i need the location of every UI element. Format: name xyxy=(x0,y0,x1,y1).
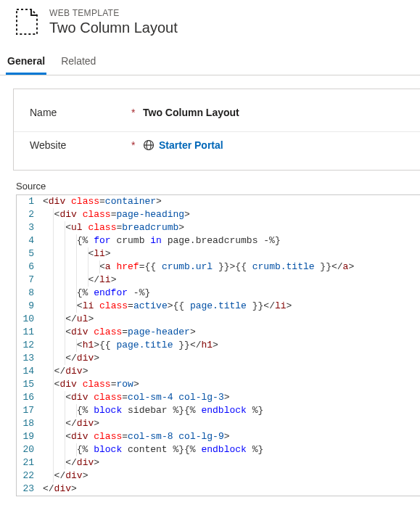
code-line[interactable]: 6 <a href={{ crumb.url }}>{{ crumb.title… xyxy=(17,260,420,274)
line-content[interactable]: <div class=row> xyxy=(41,378,420,391)
line-content[interactable]: <div class=page-header> xyxy=(41,326,420,339)
line-content[interactable]: <div class=page-heading> xyxy=(41,208,420,221)
code-line[interactable]: 10 </ul> xyxy=(17,313,420,326)
line-number: 7 xyxy=(17,274,41,287)
name-input[interactable]: Two Column Layout xyxy=(143,107,239,118)
code-line[interactable]: 7 </li> xyxy=(17,274,420,287)
code-line[interactable]: 3 <ul class=breadcrumb> xyxy=(17,221,420,234)
code-line[interactable]: 22 </div> xyxy=(17,469,420,483)
line-number: 1 xyxy=(17,195,41,208)
code-line[interactable]: 21 </div> xyxy=(17,456,420,469)
line-content[interactable]: </ul> xyxy=(41,313,420,326)
code-line[interactable]: 12 <h1>{{ page.title }}</h1> xyxy=(17,339,420,352)
globe-icon xyxy=(143,139,155,151)
name-label: Name xyxy=(30,107,131,118)
code-line[interactable]: 5 <li> xyxy=(17,247,420,260)
line-number: 23 xyxy=(17,483,41,496)
line-number: 8 xyxy=(17,287,41,300)
line-content[interactable]: <div class=col-sm-4 col-lg-3> xyxy=(41,391,420,404)
code-line[interactable]: 20 {% block content %}{% endblock %} xyxy=(17,443,420,456)
entity-type-label: WEB TEMPLATE xyxy=(49,8,178,18)
code-line[interactable]: 4 {% for crumb in page.breadcrumbs -%} xyxy=(17,234,420,247)
website-value: Starter Portal xyxy=(159,139,223,151)
entity-icon xyxy=(12,7,41,36)
website-label: Website xyxy=(30,139,131,151)
code-line[interactable]: 16 <div class=col-sm-4 col-lg-3> xyxy=(17,391,420,404)
code-line[interactable]: 8 {% endfor -%} xyxy=(17,287,420,300)
line-number: 21 xyxy=(17,456,41,469)
code-line[interactable]: 23</div> xyxy=(17,483,420,496)
line-number: 19 xyxy=(17,430,41,443)
line-number: 6 xyxy=(17,260,41,274)
code-line[interactable]: 11 <div class=page-header> xyxy=(17,326,420,339)
code-line[interactable]: 13 </div> xyxy=(17,352,420,365)
code-line[interactable]: 18 </div> xyxy=(17,417,420,430)
entity-title: Two Column Layout xyxy=(49,20,178,36)
tab-bar: General Related xyxy=(0,49,420,75)
line-content[interactable]: </div> xyxy=(41,417,420,430)
line-number: 15 xyxy=(17,378,41,391)
required-marker: * xyxy=(131,107,143,118)
line-number: 16 xyxy=(17,391,41,404)
line-content[interactable]: </div> xyxy=(41,456,420,469)
line-number: 11 xyxy=(17,326,41,339)
website-lookup[interactable]: Starter Portal xyxy=(143,139,223,151)
line-content[interactable]: </div> xyxy=(41,365,420,378)
source-label: Source xyxy=(16,181,420,192)
line-number: 22 xyxy=(17,469,41,483)
field-row-website: Website * Starter Portal xyxy=(14,132,420,157)
code-line[interactable]: 19 <div class=col-sm-8 col-lg-9> xyxy=(17,430,420,443)
line-number: 2 xyxy=(17,208,41,221)
line-content[interactable]: {% block content %}{% endblock %} xyxy=(41,443,420,456)
code-line[interactable]: 1<div class=container> xyxy=(17,195,420,208)
line-content[interactable]: </div> xyxy=(41,352,420,365)
code-line[interactable]: 9 <li class=active>{{ page.title }}</li> xyxy=(17,300,420,313)
code-line[interactable]: 15 <div class=row> xyxy=(17,378,420,391)
tab-related[interactable]: Related xyxy=(59,49,97,75)
line-number: 13 xyxy=(17,352,41,365)
line-content[interactable]: <div class=col-sm-8 col-lg-9> xyxy=(41,430,420,443)
line-content[interactable]: </div> xyxy=(41,469,420,483)
line-content[interactable]: {% endfor -%} xyxy=(41,287,420,300)
required-marker: * xyxy=(131,139,143,151)
line-number: 4 xyxy=(17,234,41,247)
line-content[interactable]: <div class=container> xyxy=(41,195,420,208)
line-content[interactable]: {% for crumb in page.breadcrumbs -%} xyxy=(41,234,420,247)
line-number: 5 xyxy=(17,247,41,260)
line-number: 17 xyxy=(17,404,41,417)
line-content[interactable]: <li> xyxy=(41,247,420,260)
line-content[interactable]: <h1>{{ page.title }}</h1> xyxy=(41,339,420,352)
tab-general[interactable]: General xyxy=(6,49,46,75)
line-content[interactable]: </li> xyxy=(41,274,420,287)
line-number: 20 xyxy=(17,443,41,456)
code-line[interactable]: 14 </div> xyxy=(17,365,420,378)
page-header: WEB TEMPLATE Two Column Layout xyxy=(0,0,420,49)
field-row-name: Name * Two Column Layout xyxy=(14,99,420,132)
code-line[interactable]: 2 <div class=page-heading> xyxy=(17,208,420,221)
line-number: 14 xyxy=(17,365,41,378)
line-content[interactable]: <li class=active>{{ page.title }}</li> xyxy=(41,300,420,313)
line-content[interactable]: <ul class=breadcrumb> xyxy=(41,221,420,234)
line-number: 12 xyxy=(17,339,41,352)
line-content[interactable]: </div> xyxy=(41,483,420,496)
line-number: 3 xyxy=(17,221,41,234)
line-content[interactable]: {% block sidebar %}{% endblock %} xyxy=(41,404,420,417)
line-content[interactable]: <a href={{ crumb.url }}>{{ crumb.title }… xyxy=(41,260,420,274)
source-code-editor[interactable]: 1<div class=container>2 <div class=page-… xyxy=(16,194,420,496)
code-line[interactable]: 17 {% block sidebar %}{% endblock %} xyxy=(17,404,420,417)
line-number: 18 xyxy=(17,417,41,430)
line-number: 10 xyxy=(17,313,41,326)
form-panel: Name * Two Column Layout Website * Start… xyxy=(13,89,420,171)
line-number: 9 xyxy=(17,300,41,313)
